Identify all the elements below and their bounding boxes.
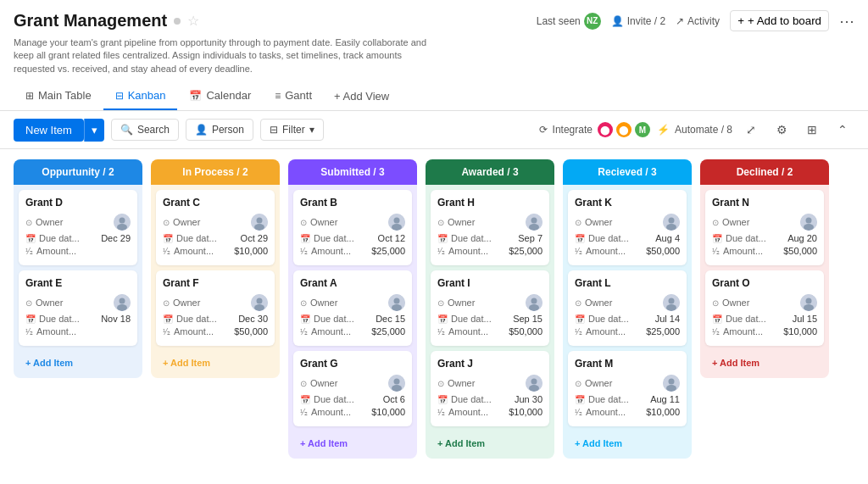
column-header-received: Recieved / 3 — [563, 159, 692, 185]
avatar — [526, 375, 542, 392]
owner-label: Owner — [448, 378, 475, 388]
avatar — [114, 294, 131, 311]
last-seen-badge: NZ — [584, 13, 601, 30]
tab-main-table[interactable]: ⊞ Main Table — [14, 82, 103, 110]
owner-label: Owner — [722, 217, 749, 227]
list-item[interactable]: Grant F ⊙ Owner 📅 Due dat... — [156, 270, 275, 346]
invite-button[interactable]: 👤 Invite / 2 — [611, 15, 665, 27]
list-item[interactable]: Grant A ⊙ Owner 📅 Due dat... — [293, 270, 412, 346]
amount-icon: ¹⁄₂ — [712, 327, 720, 337]
more-options-icon[interactable]: ⋯ — [839, 12, 854, 31]
list-item[interactable]: Grant E ⊙ Owner 📅 Due dat... — [19, 270, 137, 346]
card-title: Grant F — [163, 277, 268, 289]
column-inprocess: In Process / 2 Grant C ⊙ Owner 📅 — [151, 159, 280, 378]
column-body-awarded: Grant H ⊙ Owner 📅 Due dat... — [426, 185, 554, 459]
owner-icon: ⊙ — [575, 298, 581, 308]
add-item-button-submitted[interactable]: + Add Item — [293, 433, 412, 453]
amount-label: Amount... — [586, 326, 626, 337]
add-item-button-opportunity[interactable]: + Add Item — [19, 353, 137, 373]
calendar-icon: 📅 — [163, 314, 173, 324]
integration-icon-3: M — [635, 122, 650, 137]
due-value: Aug 11 — [650, 394, 680, 404]
owner-label: Owner — [585, 378, 612, 388]
svg-point-43 — [806, 298, 812, 304]
list-item[interactable]: Grant D ⊙ Owner 📅 Due dat... — [19, 190, 137, 265]
list-item[interactable]: Grant L ⊙ Owner 📅 Due dat... — [568, 270, 687, 346]
svg-point-19 — [394, 379, 400, 385]
collapse-icon[interactable]: ⌃ — [831, 118, 854, 142]
list-item[interactable]: Grant C ⊙ Owner 📅 Due dat... — [156, 190, 275, 265]
column-body-opportunity: Grant D ⊙ Owner 📅 Due dat... — [14, 185, 142, 378]
owner-icon: ⊙ — [163, 298, 170, 308]
list-item[interactable]: Grant H ⊙ Owner 📅 Due dat... — [431, 190, 549, 265]
tab-gantt[interactable]: ≡ Gantt — [263, 82, 324, 110]
amount-icon: ¹⁄₂ — [163, 327, 170, 337]
filter-icon: ⊟ — [270, 124, 278, 136]
owner-label: Owner — [310, 378, 337, 388]
column-received: Recieved / 3 Grant K ⊙ Owner 📅 — [563, 159, 692, 459]
amount-icon: ¹⁄₂ — [575, 408, 582, 417]
owner-label: Owner — [173, 217, 200, 227]
due-label: Due dat... — [314, 233, 354, 243]
svg-point-1 — [120, 218, 125, 224]
add-item-button-inprocess[interactable]: + Add Item — [156, 353, 275, 373]
owner-label: Owner — [722, 298, 749, 308]
filter-dropdown-icon: ▾ — [309, 124, 314, 136]
owner-label: Owner — [36, 298, 63, 308]
list-item[interactable]: Grant B ⊙ Owner 📅 Due dat... — [293, 190, 412, 265]
owner-icon: ⊙ — [300, 379, 307, 388]
list-item[interactable]: Grant M ⊙ Owner 📅 Due dat... — [568, 351, 687, 426]
add-to-board-button[interactable]: + + Add to board — [730, 10, 829, 31]
favorite-icon[interactable]: ☆ — [187, 13, 199, 29]
amount-label: Amount... — [311, 246, 351, 256]
tab-kanban[interactable]: ⊟ Kanban — [103, 82, 178, 110]
due-value: Dec 15 — [376, 314, 405, 324]
svg-point-35 — [666, 304, 676, 311]
due-label: Due dat... — [314, 394, 354, 404]
avatar — [526, 294, 542, 311]
automate-section[interactable]: ⚡ Automate / 8 — [657, 124, 732, 136]
search-button[interactable]: 🔍 Search — [111, 119, 179, 141]
expand-icon[interactable]: ⤢ — [739, 118, 763, 142]
list-item[interactable]: Grant O ⊙ Owner 📅 Due dat... — [705, 270, 824, 346]
settings-icon[interactable]: ⚙ — [770, 118, 793, 142]
list-item[interactable]: Grant K ⊙ Owner 📅 Due dat... — [568, 190, 687, 265]
amount-value: $25,000 — [646, 326, 680, 337]
new-item-button[interactable]: New Item — [14, 119, 84, 142]
amount-label: Amount... — [174, 326, 214, 337]
due-label: Due dat... — [451, 233, 492, 243]
amount-label: Amount... — [311, 407, 351, 417]
person-filter-button[interactable]: 👤 Person — [186, 119, 253, 141]
list-item[interactable]: Grant J ⊙ Owner 📅 Due dat... — [431, 351, 549, 426]
filter-button[interactable]: ⊟ Filter ▾ — [260, 119, 324, 141]
avatar — [388, 294, 405, 311]
activity-button[interactable]: ↗ Activity — [676, 15, 720, 27]
amount-value: $10,000 — [509, 407, 542, 417]
add-item-button-declined[interactable]: + Add Item — [705, 353, 824, 373]
card-amount-field: ¹⁄₂ Amount... $25,000 — [300, 246, 405, 256]
list-item[interactable]: Grant N ⊙ Owner 📅 Due dat... — [705, 190, 824, 265]
svg-point-4 — [120, 298, 125, 304]
add-item-button-awarded[interactable]: + Add Item — [431, 433, 549, 453]
card-owner-field: ⊙ Owner — [575, 294, 680, 311]
list-item[interactable]: Grant G ⊙ Owner 📅 Due dat... — [293, 351, 412, 426]
add-view-button[interactable]: + Add View — [324, 83, 399, 109]
column-header-opportunity: Oppurtunity / 2 — [14, 159, 142, 185]
add-item-button-received[interactable]: + Add Item — [568, 433, 687, 453]
card-owner-field: ⊙ Owner — [163, 214, 268, 231]
apps-icon[interactable]: ⊞ — [800, 118, 824, 142]
card-due-field: 📅 Due dat... Aug 4 — [575, 233, 680, 243]
due-label: Due dat... — [588, 314, 629, 324]
due-label: Due dat... — [588, 233, 629, 243]
svg-point-22 — [531, 218, 537, 224]
list-item[interactable]: Grant I ⊙ Owner 📅 Due dat... — [431, 270, 549, 346]
new-item-dropdown-button[interactable]: ▾ — [84, 119, 104, 142]
card-due-field: 📅 Due dat... Sep 7 — [437, 233, 542, 243]
amount-icon: ¹⁄₂ — [437, 247, 445, 256]
amount-label: Amount... — [448, 407, 488, 417]
kanban-board: Oppurtunity / 2 Grant D ⊙ Owner 📅 — [0, 149, 868, 484]
integrate-section[interactable]: ⟳ Integrate ⬤ ⬤ M — [539, 122, 650, 137]
tab-calendar[interactable]: 📅 Calendar — [177, 82, 263, 110]
column-header-submitted: Submitted / 3 — [288, 159, 417, 185]
due-label: Due dat... — [726, 314, 766, 324]
